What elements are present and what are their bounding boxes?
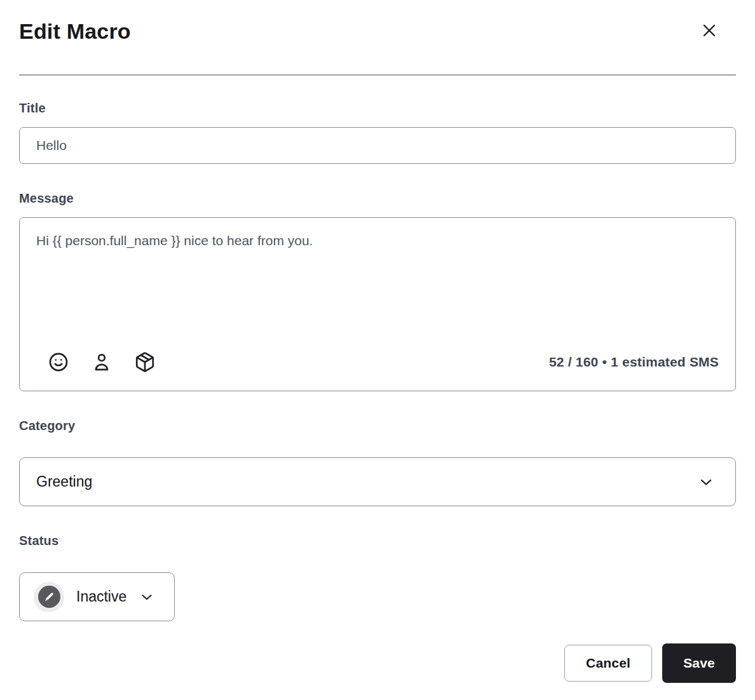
personalization-button[interactable]: [90, 350, 114, 374]
message-toolbar: [36, 350, 157, 374]
close-icon: [699, 20, 719, 41]
chevron-down-icon: [139, 589, 155, 605]
category-select[interactable]: Greeting: [19, 457, 736, 506]
category-value: Greeting: [36, 473, 92, 490]
edit-macro-modal: Edit Macro Title Message Hi {{ person.fu…: [0, 0, 755, 700]
title-label: Title: [19, 100, 736, 116]
package-icon: [134, 351, 156, 373]
title-field: Title: [19, 100, 736, 164]
status-label: Status: [19, 533, 736, 549]
message-box: Hi {{ person.full_name }} nice to hear f…: [19, 217, 736, 391]
message-label: Message: [19, 191, 736, 206]
person-icon: [91, 351, 112, 373]
category-label: Category: [19, 418, 736, 434]
divider: [19, 74, 736, 76]
message-footer: 52 / 160 • 1 estimated SMS: [36, 350, 719, 374]
emoji-icon: [48, 351, 69, 373]
category-field: Category Greeting: [19, 418, 736, 506]
status-dropdown[interactable]: Inactive: [19, 572, 175, 621]
status-badge: [34, 582, 64, 612]
sms-counter: 52 / 160 • 1 estimated SMS: [549, 354, 719, 370]
status-badge-inner: [38, 586, 60, 608]
message-textarea[interactable]: Hi {{ person.full_name }} nice to hear f…: [36, 232, 719, 350]
product-button[interactable]: [133, 350, 157, 374]
modal-footer: Cancel Save: [19, 643, 736, 683]
status-field: Status Inactive: [19, 533, 736, 621]
modal-header: Edit Macro: [19, 17, 736, 46]
cancel-button[interactable]: Cancel: [564, 645, 652, 682]
pencil-icon: [43, 591, 55, 603]
title-input[interactable]: [19, 127, 736, 164]
emoji-button[interactable]: [46, 350, 71, 374]
chevron-down-icon: [697, 473, 715, 491]
page-title: Edit Macro: [19, 17, 131, 46]
save-button[interactable]: Save: [662, 643, 736, 683]
status-value: Inactive: [76, 588, 126, 605]
close-button[interactable]: [697, 18, 722, 43]
message-field: Message Hi {{ person.full_name }} nice t…: [19, 191, 736, 391]
